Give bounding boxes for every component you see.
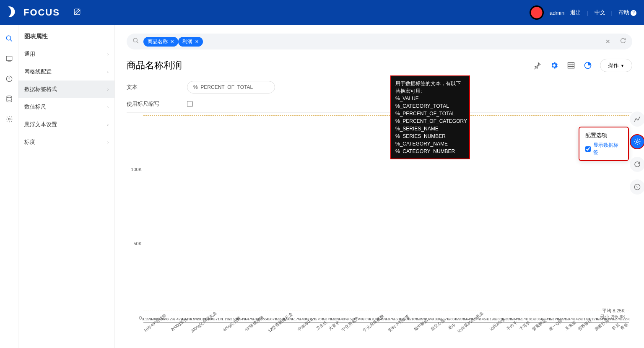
sidebar-item[interactable]: 数值标尺› xyxy=(18,98,114,116)
chevron-right-icon: › xyxy=(107,70,109,74)
nav-search-icon[interactable] xyxy=(4,34,14,44)
y-tick: 100K xyxy=(131,167,142,172)
pin-icon[interactable] xyxy=(533,61,542,70)
svg-line-2 xyxy=(10,39,12,42)
svg-rect-3 xyxy=(6,56,12,61)
chevron-right-icon: › xyxy=(107,105,109,109)
brand-text: FOCUS xyxy=(23,7,60,18)
scale-checkbox[interactable] xyxy=(187,101,193,107)
edit-icon[interactable] xyxy=(73,8,81,17)
table-icon[interactable] xyxy=(566,61,576,70)
svg-text:?: ? xyxy=(8,77,10,81)
chip-remove-icon[interactable]: ✕ xyxy=(170,39,174,44)
config-title: 配置选项 xyxy=(585,132,622,139)
sidebar-item[interactable]: 标度› xyxy=(18,133,114,151)
logo-icon xyxy=(8,6,19,19)
svg-point-16 xyxy=(636,141,639,143)
search-chip[interactable]: 利润 ✕ xyxy=(178,37,203,47)
sidebar-item[interactable]: 通用› xyxy=(18,45,114,63)
macro-tooltip: 用于数据标签的文本，有以下替换宏可用: %_VALUE%_CATEGORY_TO… xyxy=(390,75,470,159)
nav-settings-icon[interactable] xyxy=(4,114,14,124)
nav-info-icon[interactable]: ? xyxy=(4,74,14,84)
nav-db-icon[interactable] xyxy=(4,94,14,104)
show-labels-checkbox[interactable] xyxy=(585,146,591,152)
scale-label: 使用标尺缩写 xyxy=(127,100,177,108)
lang-link[interactable]: 中文 xyxy=(595,9,605,16)
search-chip[interactable]: 商品名称 ✕ xyxy=(143,37,178,47)
refresh-icon[interactable] xyxy=(620,37,626,46)
help-badge-icon: ? xyxy=(631,10,636,16)
chevron-right-icon: › xyxy=(107,52,109,57)
brand-logo[interactable]: FOCUS xyxy=(8,6,60,19)
search-icon xyxy=(132,37,139,46)
sidebar-item[interactable]: 数据标签格式› xyxy=(18,81,114,98)
text-input[interactable] xyxy=(187,81,275,93)
svg-point-9 xyxy=(133,38,137,42)
svg-point-1 xyxy=(6,36,11,40)
svg-line-10 xyxy=(137,42,138,43)
text-label: 文本 xyxy=(127,83,177,91)
svg-rect-11 xyxy=(568,62,574,68)
sidebar-item[interactable]: 网格线配置› xyxy=(18,63,114,81)
svg-point-7 xyxy=(7,96,12,98)
chevron-right-icon: › xyxy=(107,87,109,92)
chevron-right-icon: › xyxy=(107,140,109,145)
y-tick: 0 xyxy=(139,315,142,320)
logout-link[interactable]: 退出 xyxy=(570,9,581,16)
pie-icon[interactable] xyxy=(583,61,592,70)
gear-icon[interactable] xyxy=(550,61,559,70)
sidebar-title: 图表属性 xyxy=(18,25,114,45)
help-link[interactable]: 帮助? xyxy=(618,9,636,16)
search-bar[interactable]: 商品名称 ✕利润 ✕ ✕ xyxy=(127,34,632,49)
chevron-down-icon: ▼ xyxy=(621,64,624,68)
sidebar-item[interactable]: 悬浮文本设置› xyxy=(18,116,114,133)
config-panel: 配置选项 显示数据标签 xyxy=(579,127,629,161)
chart-title: 商品名称利润 xyxy=(127,59,182,72)
nav-board-icon[interactable] xyxy=(4,54,14,64)
y-tick: 50K xyxy=(133,241,142,246)
chevron-right-icon: › xyxy=(107,122,109,127)
svg-point-8 xyxy=(8,118,10,120)
show-labels-option[interactable]: 显示数据标签 xyxy=(585,142,622,156)
avg-ref-label: 平均 8.25K xyxy=(602,307,625,314)
chip-remove-icon[interactable]: ✕ xyxy=(195,39,199,44)
min-ref-label: 最小 295.68 xyxy=(600,314,625,320)
action-button[interactable]: 操作 ▼ xyxy=(600,59,632,72)
clear-icon[interactable]: ✕ xyxy=(605,38,610,45)
avatar[interactable] xyxy=(530,5,544,20)
user-name[interactable]: admin xyxy=(550,10,564,16)
svg-text:?: ? xyxy=(636,185,639,189)
chart-area: 050K100K 3.15%3.08%5.96%3.2%3.42%4.44%0.… xyxy=(127,115,632,348)
